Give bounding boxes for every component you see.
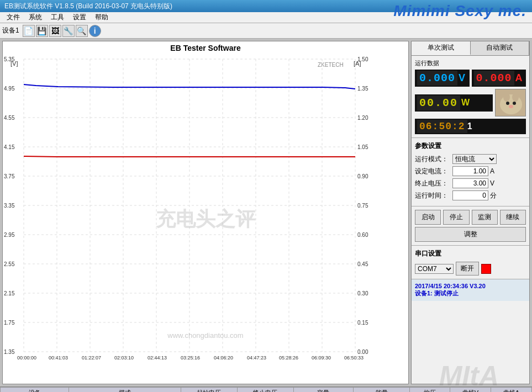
log-line1: 2017/4/15 20:34:36 V3.20	[415, 283, 526, 289]
start-button[interactable]: 启动	[415, 210, 441, 225]
svg-text:2.15: 2.15	[4, 290, 15, 296]
tab-bar: 单次测试 自动测试	[412, 41, 529, 56]
svg-text:1.05: 1.05	[357, 144, 368, 150]
chart-area: EB Tester Software 充电头之评 www.chongdianto…	[2, 41, 409, 384]
toolbar-btn-save[interactable]: 💾	[36, 25, 48, 37]
svg-point-61	[513, 102, 516, 105]
title-bar: EB测试系统软件 V1.8.5 (Build 2016-03-07 充电头特别版…	[0, 0, 532, 12]
svg-text:4.55: 4.55	[4, 115, 15, 121]
svg-text:0.15: 0.15	[357, 320, 368, 326]
cat-image	[495, 89, 526, 116]
col-header-capacity: 容量	[293, 388, 353, 393]
run-time-input[interactable]	[452, 190, 488, 200]
menu-system[interactable]: 系统	[24, 12, 46, 23]
col-header-device: 设备	[1, 388, 69, 393]
menu-tools[interactable]: 工具	[46, 12, 69, 23]
svg-text:3.75: 3.75	[4, 173, 15, 179]
toolbar-btn-new[interactable]: 📄	[23, 25, 35, 37]
run-time-row: 运行时间： 分	[415, 190, 526, 200]
chart-svg: [V] [A] ZKETECH	[3, 55, 408, 384]
end-volt-input[interactable]	[452, 178, 488, 188]
main-area: EB Tester Software 充电头之评 www.chongdianto…	[0, 39, 532, 386]
menu-settings[interactable]: 设置	[69, 12, 91, 23]
toolbar: 设备1 📄 💾 🖼 🔧 🔍 i	[0, 23, 532, 39]
toolbar-btn-search[interactable]: 🔍	[76, 25, 88, 37]
svg-text:00:41:03: 00:41:03	[49, 355, 68, 361]
mode-row: 运行模式： 恒电流 恒电压 恒功率 恒电阻	[415, 154, 526, 164]
run-time-unit: 分	[490, 191, 497, 200]
col-header-mode: 模式	[69, 388, 181, 393]
toolbar-btn-info[interactable]: i	[89, 25, 101, 37]
svg-text:03:25:16: 03:25:16	[181, 355, 200, 361]
svg-point-57	[500, 94, 522, 114]
monitor-button[interactable]: 监测	[472, 210, 498, 225]
chart-title: EB Tester Software	[3, 41, 408, 55]
svg-text:05:28:26: 05:28:26	[279, 355, 298, 361]
device-label: 设备1	[2, 26, 19, 35]
current-line	[24, 156, 355, 157]
current-display: 0.000	[474, 71, 514, 86]
svg-text:0.30: 0.30	[357, 290, 368, 296]
port-settings: 串口设置 COM7 COM1 COM2 COM3 断开	[412, 245, 529, 279]
svg-text:4.15: 4.15	[4, 144, 15, 150]
params-label: 参数设置	[415, 141, 526, 151]
svg-text:02:03:10: 02:03:10	[114, 355, 134, 361]
svg-point-58	[503, 93, 510, 102]
run-data-label: 运行数据	[415, 59, 526, 67]
svg-text:0.75: 0.75	[357, 203, 368, 209]
right-panel: 单次测试 自动测试 运行数据 0.000 V 0.000 A 00.00 W	[411, 41, 530, 384]
power-unit: W	[461, 98, 470, 108]
run-time-label: 运行时间：	[415, 191, 452, 200]
toolbar-btn-image[interactable]: 🖼	[49, 25, 61, 37]
mode-select[interactable]: 恒电流 恒电压 恒功率 恒电阻	[452, 154, 497, 164]
voltage-display: 0.000	[417, 71, 457, 86]
svg-point-62	[509, 105, 513, 108]
svg-text:0.90: 0.90	[357, 173, 368, 179]
svg-text:02:44:13: 02:44:13	[148, 355, 167, 361]
col-header-start-volt: 起始电压	[181, 388, 237, 393]
current-set-row: 设定电流： A	[415, 166, 526, 176]
end-volt-unit: V	[490, 179, 494, 187]
col-header-end-volt: 终止电压	[237, 388, 293, 393]
svg-text:0.60: 0.60	[357, 232, 368, 238]
svg-text:06:09:30: 06:09:30	[312, 355, 331, 361]
svg-text:1.35: 1.35	[4, 349, 15, 355]
params-section: 参数设置 运行模式： 恒电流 恒电压 恒功率 恒电阻 设定电流： A 终止电压：…	[412, 137, 529, 206]
action-buttons: 启动 停止 监测 继续 调整	[412, 206, 529, 245]
mode-label: 运行模式：	[415, 155, 452, 164]
svg-text:0.45: 0.45	[357, 261, 368, 267]
svg-point-60	[506, 102, 509, 105]
tab-single[interactable]: 单次测试	[412, 41, 471, 55]
stop-button[interactable]: 停止	[443, 210, 469, 225]
menu-file[interactable]: 文件	[2, 12, 24, 23]
port-row: COM7 COM1 COM2 COM3 断开	[415, 262, 526, 276]
svg-rect-0	[3, 55, 408, 384]
tab-auto[interactable]: 自动测试	[471, 41, 530, 55]
time-suffix: 1	[467, 121, 472, 131]
menu-help[interactable]: 帮助	[91, 12, 113, 23]
watermark: Mimimi Sexy me.	[393, 2, 526, 20]
svg-text:00:00:00: 00:00:00	[17, 355, 36, 361]
end-volt-row: 终止电压： V	[415, 178, 526, 188]
connection-status-indicator	[481, 264, 491, 274]
disconnect-button[interactable]: 断开	[456, 262, 479, 276]
current-set-input[interactable]	[452, 166, 488, 176]
svg-text:1.35: 1.35	[357, 86, 368, 92]
col-header-energy: 能量	[354, 388, 410, 393]
toolbar-btn-settings[interactable]: 🔧	[62, 25, 75, 37]
svg-text:04:06:20: 04:06:20	[214, 355, 233, 361]
mita-watermark: MItA	[439, 360, 499, 392]
port-select[interactable]: COM7 COM1 COM2 COM3	[415, 264, 454, 274]
chart-container: 充电头之评 www.chongdiantou.com [V] [A] ZKETE…	[3, 55, 408, 384]
svg-point-59	[512, 93, 519, 102]
voltage-unit: V	[459, 72, 465, 84]
continue-button[interactable]: 继续	[500, 210, 526, 225]
svg-text:2.95: 2.95	[4, 232, 15, 238]
volt-current-row: 0.000 V 0.000 A	[415, 70, 526, 87]
current-unit: A	[515, 72, 523, 84]
time-display: 06:50:2	[417, 120, 467, 133]
adjust-button[interactable]: 调整	[415, 227, 526, 242]
svg-text:04:47:23: 04:47:23	[247, 355, 266, 361]
log-area: 2017/4/15 20:34:36 V3.20 设备1: 测试停止	[412, 279, 529, 301]
svg-text:1.75: 1.75	[4, 320, 15, 326]
